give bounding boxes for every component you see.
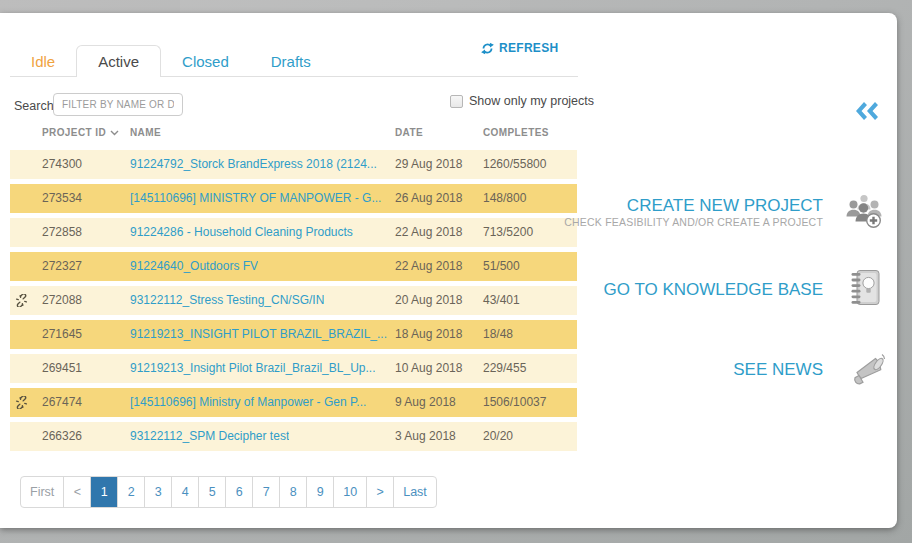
pagination-item-9[interactable]: 9 xyxy=(306,477,333,507)
see-news-link[interactable]: SEE NEWS xyxy=(733,360,823,380)
date-cell: 18 Aug 2018 xyxy=(395,320,462,349)
show-only-my-projects-label: Show only my projects xyxy=(469,94,594,108)
pagination-item-last[interactable]: Last xyxy=(393,477,436,507)
project-name-link[interactable]: 91219213_Insight Pilot Brazil_Brazil_BL_… xyxy=(130,354,375,383)
column-header-date[interactable]: DATE xyxy=(395,127,423,138)
completes-cell: 1506/10037 xyxy=(483,388,546,417)
completes-cell: 229/455 xyxy=(483,354,526,383)
completes-cell: 713/5200 xyxy=(483,218,533,247)
pagination: First<12345678910>Last xyxy=(20,476,437,508)
search-input[interactable] xyxy=(53,93,183,116)
completes-cell: 18/48 xyxy=(483,320,513,349)
table-row[interactable]: 267474 [145110696] Ministry of Manpower … xyxy=(10,388,577,417)
projects-panel: Idle Active Closed Drafts REFRESH Search… xyxy=(0,13,897,528)
broken-link-icon xyxy=(15,294,28,310)
table-row[interactable]: 272088 93122112_Stress Testing_CN/SG/IN … xyxy=(10,286,577,315)
megaphone-icon[interactable] xyxy=(849,351,887,391)
show-only-my-projects-checkbox[interactable] xyxy=(450,95,463,108)
create-new-project-subtitle: CHECK FEASIBILITY AND/OR CREATE A PROJEC… xyxy=(564,216,823,228)
pagination-item-2[interactable]: 2 xyxy=(117,477,144,507)
date-cell: 9 Aug 2018 xyxy=(395,388,456,417)
project-id-cell: 272088 xyxy=(42,286,82,315)
project-name-link[interactable]: 91224792_Storck BrandExpress 2018 (2124.… xyxy=(130,150,377,179)
completes-cell: 43/401 xyxy=(483,286,520,315)
table-row[interactable]: 269451 91219213_Insight Pilot Brazil_Bra… xyxy=(10,354,577,383)
refresh-button[interactable]: REFRESH xyxy=(481,41,558,55)
pagination-item-1[interactable]: 1 xyxy=(90,477,117,507)
project-name-link[interactable]: 91224640_Outdoors FV xyxy=(130,252,258,281)
add-people-icon[interactable] xyxy=(845,191,883,233)
date-cell: 3 Aug 2018 xyxy=(395,422,456,451)
pagination-item-6[interactable]: 6 xyxy=(225,477,252,507)
completes-cell: 148/800 xyxy=(483,184,526,213)
create-new-project-link[interactable]: CREATE NEW PROJECT xyxy=(627,196,823,216)
broken-link-icon xyxy=(15,396,28,412)
project-name-link[interactable]: 93122112_Stress Testing_CN/SG/IN xyxy=(130,286,324,315)
pagination-item-10[interactable]: 10 xyxy=(333,477,366,507)
refresh-label: REFRESH xyxy=(499,41,558,55)
pagination-item-first: First xyxy=(21,477,63,507)
tab-drafts[interactable]: Drafts xyxy=(250,46,332,76)
table-row[interactable]: 266326 93122112_SPM Decipher test 3 Aug … xyxy=(10,422,577,451)
date-cell: 26 Aug 2018 xyxy=(395,184,462,213)
completes-cell: 51/500 xyxy=(483,252,520,281)
tab-active[interactable]: Active xyxy=(76,45,161,77)
project-id-cell: 266326 xyxy=(42,422,82,451)
project-id-cell: 267474 xyxy=(42,388,82,417)
tab-idle[interactable]: Idle xyxy=(10,46,76,76)
project-id-cell: 272858 xyxy=(42,218,82,247)
date-cell: 22 Aug 2018 xyxy=(395,218,462,247)
pagination-item->[interactable]: > xyxy=(366,477,393,507)
completes-cell: 20/20 xyxy=(483,422,513,451)
project-name-link[interactable]: [145110696] MINISTRY OF MANPOWER - G... xyxy=(130,184,381,213)
project-id-cell: 269451 xyxy=(42,354,82,383)
tab-closed[interactable]: Closed xyxy=(161,46,250,76)
table-row[interactable]: 272858 91224286 - Household Cleaning Pro… xyxy=(10,218,577,247)
project-name-link[interactable]: [145110696] Ministry of Manpower - Gen P… xyxy=(130,388,366,417)
project-id-cell: 273534 xyxy=(42,184,82,213)
project-id-cell: 271645 xyxy=(42,320,82,349)
completes-cell: 1260/55800 xyxy=(483,150,546,179)
column-header-project-id[interactable]: PROJECT ID xyxy=(42,127,119,138)
pagination-item-4[interactable]: 4 xyxy=(171,477,198,507)
project-id-cell: 274300 xyxy=(42,150,82,179)
background-facet xyxy=(180,0,510,13)
table-body: 274300 91224792_Storck BrandExpress 2018… xyxy=(10,150,577,456)
project-name-link[interactable]: 91224286 - Household Cleaning Products xyxy=(130,218,353,247)
knowledge-notebook-icon[interactable] xyxy=(848,269,881,310)
date-cell: 20 Aug 2018 xyxy=(395,286,462,315)
table-row[interactable]: 274300 91224792_Storck BrandExpress 2018… xyxy=(10,150,577,179)
column-header-project-id-label: PROJECT ID xyxy=(42,127,106,138)
project-name-link[interactable]: 91219213_INSIGHT PILOT BRAZIL_BRAZIL_... xyxy=(130,320,387,349)
pagination-item-<: < xyxy=(63,477,90,507)
pagination-item-3[interactable]: 3 xyxy=(144,477,171,507)
search-label: Search xyxy=(14,99,54,113)
date-cell: 10 Aug 2018 xyxy=(395,354,462,383)
project-id-cell: 272327 xyxy=(42,252,82,281)
pagination-item-5[interactable]: 5 xyxy=(198,477,225,507)
go-to-knowledge-base-link[interactable]: GO TO KNOWLEDGE BASE xyxy=(604,280,823,300)
double-chevron-left-icon xyxy=(853,101,879,121)
project-name-link[interactable]: 93122112_SPM Decipher test xyxy=(130,422,289,451)
table-row[interactable]: 272327 91224640_Outdoors FV 22 Aug 2018 … xyxy=(10,252,577,281)
page-background: Idle Active Closed Drafts REFRESH Search… xyxy=(0,0,912,543)
pagination-item-8[interactable]: 8 xyxy=(279,477,306,507)
table-row[interactable]: 273534 [145110696] MINISTRY OF MANPOWER … xyxy=(10,184,577,213)
pagination-item-7[interactable]: 7 xyxy=(252,477,279,507)
date-cell: 29 Aug 2018 xyxy=(395,150,462,179)
column-header-name[interactable]: NAME xyxy=(130,127,161,138)
sort-caret-down-icon xyxy=(110,130,119,136)
refresh-icon xyxy=(481,42,494,55)
table-row[interactable]: 271645 91219213_INSIGHT PILOT BRAZIL_BRA… xyxy=(10,320,577,349)
date-cell: 22 Aug 2018 xyxy=(395,252,462,281)
column-header-completes[interactable]: COMPLETES xyxy=(483,127,549,138)
collapse-panel-button[interactable] xyxy=(853,101,879,125)
